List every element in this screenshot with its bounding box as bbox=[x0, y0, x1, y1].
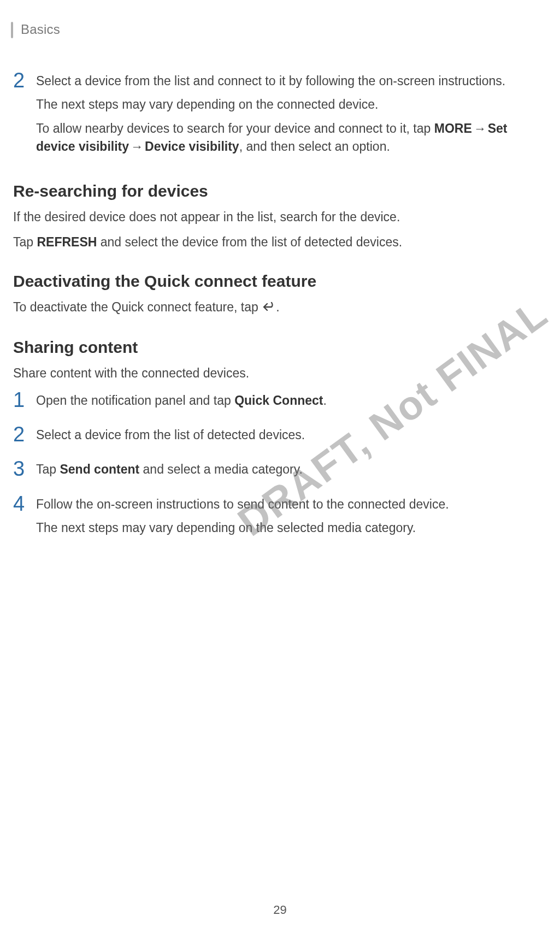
step-2: 2 Select a device from the list and conn… bbox=[13, 70, 545, 161]
text: and select a media category. bbox=[139, 462, 303, 476]
step-body: Follow the on-screen instructions to sen… bbox=[36, 493, 545, 543]
text: and select the device from the list of d… bbox=[97, 235, 402, 249]
arrow-icon: → bbox=[129, 138, 145, 156]
step2-line3: To allow nearby devices to search for yo… bbox=[36, 120, 545, 156]
sharing-step-4: 4 Follow the on-screen instructions to s… bbox=[13, 493, 545, 543]
resear-p2: Tap REFRESH and select the device from t… bbox=[13, 233, 545, 251]
text: Tap Send content and select a media cate… bbox=[36, 460, 545, 479]
arrow-icon: → bbox=[472, 120, 488, 138]
step-body: Select a device from the list of detecte… bbox=[36, 424, 545, 450]
step-number: 3 bbox=[13, 458, 36, 479]
text: . bbox=[276, 300, 279, 314]
step-number: 2 bbox=[13, 70, 36, 91]
text: To allow nearby devices to search for yo… bbox=[36, 121, 434, 135]
text: , and then select an option. bbox=[239, 139, 390, 153]
step-number: 4 bbox=[13, 493, 36, 514]
step-number: 1 bbox=[13, 389, 36, 410]
text: To deactivate the Quick connect feature,… bbox=[13, 300, 262, 314]
text: Tap bbox=[13, 235, 37, 249]
text: . bbox=[323, 393, 326, 408]
deact-heading: Deactivating the Quick connect feature bbox=[13, 272, 545, 291]
sharing-heading: Sharing content bbox=[13, 338, 545, 357]
refresh-label: REFRESH bbox=[37, 235, 97, 249]
step2-line2: The next steps may vary depending on the… bbox=[36, 96, 545, 114]
text: Follow the on-screen instructions to sen… bbox=[36, 495, 545, 513]
header-rule bbox=[11, 22, 13, 38]
back-icon bbox=[262, 299, 276, 317]
send-content-label: Send content bbox=[60, 462, 139, 476]
more-label: MORE bbox=[434, 121, 472, 135]
deact-p1: To deactivate the Quick connect feature,… bbox=[13, 298, 545, 317]
sharing-step-2: 2 Select a device from the list of detec… bbox=[13, 424, 545, 450]
resear-heading: Re-searching for devices bbox=[13, 182, 545, 200]
text: Tap bbox=[36, 462, 60, 476]
device-visibility-label: Device visibility bbox=[145, 139, 239, 153]
step-number: 2 bbox=[13, 424, 36, 445]
manual-page: Basics 2 Select a device from the list a… bbox=[0, 0, 560, 939]
sharing-intro: Share content with the connected devices… bbox=[13, 364, 545, 382]
step2-line1: Select a device from the list and connec… bbox=[36, 72, 545, 90]
text: Select a device from the list of detecte… bbox=[36, 426, 545, 444]
content: 2 Select a device from the list and conn… bbox=[11, 70, 549, 542]
text: Open the notification panel and tap Quic… bbox=[36, 392, 545, 410]
quick-connect-label: Quick Connect bbox=[234, 393, 323, 408]
step-body: Open the notification panel and tap Quic… bbox=[36, 389, 545, 415]
section-title: Basics bbox=[21, 22, 60, 37]
sharing-step-3: 3 Tap Send content and select a media ca… bbox=[13, 458, 545, 484]
text: Open the notification panel and tap bbox=[36, 393, 234, 408]
header: Basics bbox=[11, 22, 549, 38]
step-body: Tap Send content and select a media cate… bbox=[36, 458, 545, 484]
sharing-step-1: 1 Open the notification panel and tap Qu… bbox=[13, 389, 545, 415]
step-body: Select a device from the list and connec… bbox=[36, 70, 545, 161]
text: The next steps may vary depending on the… bbox=[36, 519, 545, 537]
resear-p1: If the desired device does not appear in… bbox=[13, 208, 545, 226]
page-number: 29 bbox=[0, 903, 560, 917]
